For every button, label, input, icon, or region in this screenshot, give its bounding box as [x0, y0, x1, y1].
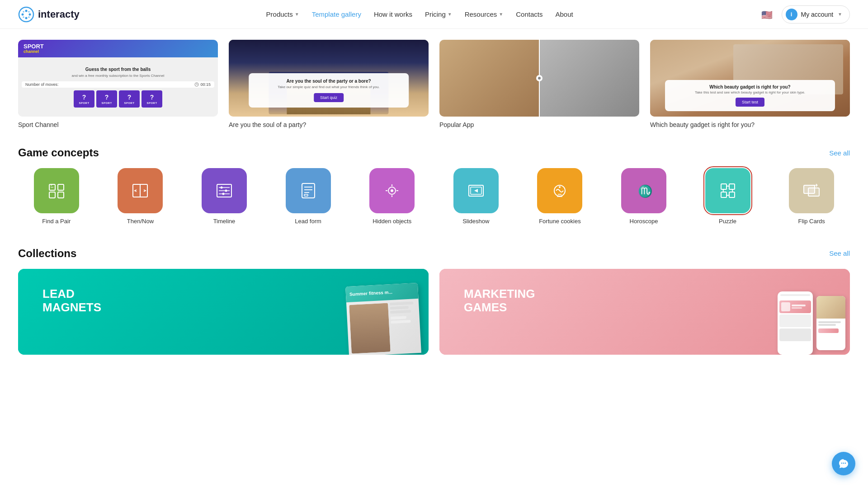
svg-point-23 — [225, 190, 227, 192]
sport-card-4: ? SPORT — [142, 90, 162, 108]
slideshow-icon — [453, 168, 499, 213]
svg-rect-42 — [729, 184, 735, 189]
hidden-objects-label: Hidden objects — [373, 218, 411, 225]
find-a-pair-icon — [34, 168, 79, 213]
main-content: SPORT channel Guess the sport from the b… — [0, 29, 868, 373]
face-image — [439, 40, 639, 117]
template-card-sport[interactable]: SPORT channel Guess the sport from the b… — [18, 40, 218, 128]
nav-products-arrow: ▼ — [295, 12, 299, 17]
account-button[interactable]: i My account ▼ — [782, 5, 850, 23]
collections-header: Collections See all — [18, 247, 850, 260]
svg-rect-46 — [808, 188, 819, 196]
svg-point-2 — [25, 9, 28, 12]
flip-cards-label: Flip Cards — [798, 218, 825, 225]
beauty-card-label: Which beauty gadget is right for you? — [650, 121, 850, 128]
nav-products[interactable]: Products ▼ — [266, 10, 299, 18]
sport-moves-label: Number of moves: — [25, 82, 59, 87]
game-concept-fortune-cookies[interactable]: Fortune cookies — [522, 168, 599, 225]
game-concepts-section: Game concepts See all Find a Pair — [18, 143, 850, 244]
svg-point-5 — [23, 11, 24, 13]
svg-point-0 — [19, 7, 33, 22]
svg-rect-41 — [721, 184, 726, 189]
sport-body: Guess the sport from the balls and win a… — [18, 57, 218, 117]
game-concept-flip-cards[interactable]: Flip Cards — [773, 168, 850, 225]
nav-menu: Products ▼ Template gallery How it works… — [266, 10, 573, 18]
game-concept-then-now[interactable]: Then/Now — [102, 168, 179, 225]
face-left — [439, 40, 539, 117]
template-card-beauty[interactable]: Which beauty gadget is right for you? Ta… — [650, 40, 850, 128]
template-cards-row: SPORT channel Guess the sport from the b… — [18, 29, 850, 143]
sport-logo-sub: channel — [24, 49, 44, 54]
party-thumb: Are you the soul of the party or a bore?… — [229, 40, 429, 117]
marketing-games-label: MARKETINGGAMES — [464, 287, 535, 314]
party-card-label: Are you the soul of a party? — [229, 121, 429, 128]
svg-rect-14 — [49, 192, 55, 198]
nav-how-it-works[interactable]: How it works — [374, 10, 412, 18]
nav-pricing[interactable]: Pricing ▼ — [425, 10, 452, 18]
sport-logo: SPORT channel — [24, 43, 44, 54]
then-now-label: Then/Now — [127, 218, 154, 225]
game-concept-lead-form[interactable]: Lead form — [270, 168, 347, 225]
template-card-popular[interactable]: Popular App — [439, 40, 639, 128]
beauty-question: Which beauty gadget is right for you? — [671, 84, 829, 89]
slideshow-label: Slideshow — [462, 218, 489, 225]
nav-resources[interactable]: Resources ▼ — [465, 10, 504, 18]
game-concept-slideshow[interactable]: Slideshow — [438, 168, 514, 225]
svg-point-7 — [23, 16, 24, 18]
popular-thumb — [439, 40, 639, 117]
sport-cards-row: ? SPORT ? SPORT ? SPORT ? — [74, 90, 162, 108]
language-selector[interactable]: 🇺🇸 — [760, 9, 774, 19]
party-start-button[interactable]: Start quiz — [314, 93, 344, 102]
svg-point-4 — [25, 17, 28, 19]
sport-question: Guess the sport from the balls — [85, 67, 151, 72]
face-right — [540, 40, 639, 117]
game-concept-puzzle[interactable]: Puzzle — [689, 168, 766, 225]
svg-point-31 — [391, 189, 393, 192]
template-card-party[interactable]: Are you the soul of the party or a bore?… — [229, 40, 429, 128]
collection-marketing-games[interactable]: MARKETINGGAMES — [439, 269, 850, 355]
sport-logo-text: SPORT — [24, 43, 44, 49]
beauty-start-button[interactable]: Start test — [736, 98, 764, 107]
game-concept-hidden-objects[interactable]: Hidden objects — [354, 168, 430, 225]
lead-form-label: Lead form — [295, 218, 321, 225]
nav-contacts[interactable]: Contacts — [516, 10, 542, 18]
game-concepts-title: Game concepts — [18, 146, 99, 159]
logo[interactable]: interacty — [18, 6, 80, 23]
svg-rect-13 — [58, 184, 64, 190]
puzzle-label: Puzzle — [719, 218, 736, 225]
game-concept-horoscope[interactable]: ♏ Horoscope — [605, 168, 682, 225]
nav-about[interactable]: About — [555, 10, 573, 18]
horoscope-label: Horoscope — [630, 218, 658, 225]
collections-see-all[interactable]: See all — [829, 249, 850, 257]
nav-template-gallery[interactable]: Template gallery — [312, 10, 361, 18]
nav-resources-arrow: ▼ — [499, 12, 503, 17]
svg-point-8 — [28, 16, 30, 18]
svg-point-39 — [559, 186, 561, 188]
sport-subtext: and win a free monthly subscription to t… — [71, 74, 164, 78]
party-overlay: Are you the soul of the party or a bore?… — [249, 73, 409, 108]
sport-timer-row: Number of moves: 00:15 — [22, 81, 214, 88]
svg-rect-44 — [729, 192, 735, 197]
svg-rect-43 — [721, 192, 726, 197]
game-concept-timeline[interactable]: Timeline — [186, 168, 263, 225]
navbar-right: 🇺🇸 i My account ▼ — [760, 5, 850, 23]
beauty-overlay: Which beauty gadget is right for you? Ta… — [665, 80, 835, 111]
fortune-cookies-label: Fortune cookies — [539, 218, 581, 225]
game-concepts-see-all[interactable]: See all — [829, 149, 850, 157]
sport-card-label: Sport Channel — [18, 121, 218, 128]
lead-form-icon — [286, 168, 331, 213]
sport-timer: 00:15 — [194, 82, 211, 87]
party-subtext: Take our simple quiz and find out what y… — [256, 85, 401, 89]
flip-cards-icon — [789, 168, 834, 213]
sport-thumb: SPORT channel Guess the sport from the b… — [18, 40, 218, 117]
svg-rect-15 — [58, 192, 64, 198]
beauty-thumb: Which beauty gadget is right for you? Ta… — [650, 40, 850, 117]
sport-header: SPORT channel — [18, 40, 218, 57]
game-concepts-grid: Find a Pair Then/Now — [18, 168, 850, 225]
account-label: My account — [801, 11, 834, 18]
collection-lead-magnets[interactable]: LEADMAGNETS Summer fitness m... — [18, 269, 429, 355]
collections-title: Collections — [18, 247, 76, 260]
svg-point-24 — [222, 193, 224, 195]
find-a-pair-label: Find a Pair — [42, 218, 71, 225]
game-concept-find-a-pair[interactable]: Find a Pair — [18, 168, 95, 225]
